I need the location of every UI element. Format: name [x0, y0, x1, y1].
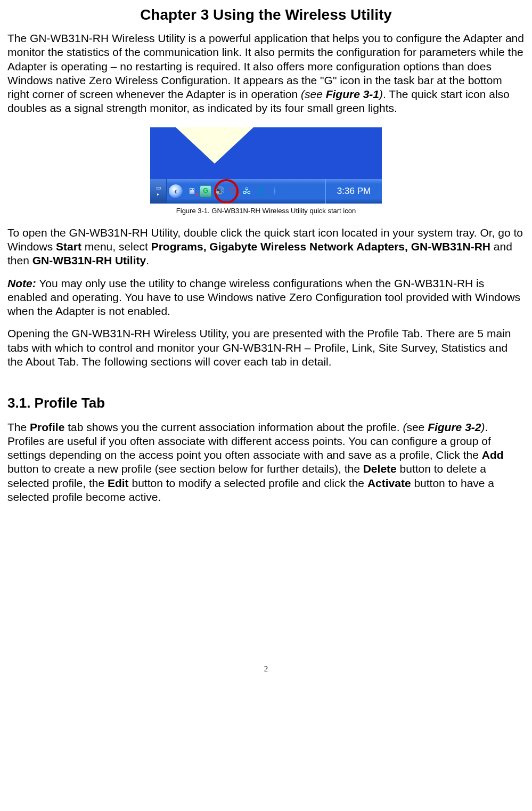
text: The — [7, 421, 30, 433]
open-utility-paragraph: To open the GN-WB31N-RH Utility, double … — [7, 226, 525, 268]
highlight-circle — [214, 179, 239, 204]
text: (see — [301, 88, 326, 100]
text: Start — [56, 240, 81, 253]
section-title: 3.1. Profile Tab — [7, 394, 525, 412]
text: button to modify a selected profile and … — [129, 477, 367, 489]
figure-3-1: ▭ ▸ ‹ 🖥× G 🔊 🛡× 🖧 👤 ᚼ 3:36 PM — [7, 127, 525, 204]
text: Edit — [108, 477, 129, 489]
text: menu, select — [81, 240, 151, 253]
text: Profile — [30, 421, 64, 433]
taskbar-screenshot: ▭ ▸ ‹ 🖥× G 🔊 🛡× 🖧 👤 ᚼ 3:36 PM — [150, 127, 382, 204]
error-badge-icon: × — [195, 191, 199, 199]
taskbar-divider: ▭ ▸ — [150, 179, 167, 204]
intro-paragraph: The GN-WB31N-RH Wireless Utility is a po… — [7, 31, 525, 116]
profile-tab-paragraph: The Profile tab shows you the current as… — [7, 420, 525, 505]
text: You may only use the utility to change w… — [7, 277, 520, 318]
figure-ref: Figure 3-1 — [326, 88, 379, 100]
note-label: Note: — [7, 277, 36, 289]
figure-ref: Figure 3-2 — [428, 421, 481, 433]
wireless-utility-g-icon[interactable]: G — [200, 185, 211, 197]
text: ) — [379, 88, 383, 100]
note-paragraph: Note: You may only use the utility to ch… — [7, 277, 525, 319]
taskbar-clock[interactable]: 3:36 PM — [325, 179, 382, 204]
network-icon[interactable]: 🖧 — [241, 185, 253, 197]
display-icon[interactable]: 🖥× — [186, 185, 198, 197]
text: Delete — [363, 463, 397, 475]
tabs-overview-paragraph: Opening the GN-WB31N-RH Wireless Utility… — [7, 327, 525, 369]
text: . — [146, 254, 149, 266]
bluetooth-icon[interactable]: ᚼ — [269, 185, 281, 197]
text: button to create a new profile (see sect… — [7, 463, 363, 475]
text: Add — [482, 449, 504, 461]
tray-expand-button[interactable]: ‹ — [169, 184, 183, 198]
tooltip-pointer — [175, 127, 255, 164]
text: Programs, Gigabyte Wireless Network Adap… — [151, 240, 490, 253]
figure-caption: Figure 3-1. GN-WB31N-RH Wireless Utility… — [7, 207, 525, 215]
text: see — [406, 421, 428, 433]
taskbar: ▭ ▸ ‹ 🖥× G 🔊 🛡× 🖧 👤 ᚼ 3:36 PM — [150, 179, 382, 204]
user-icon[interactable]: 👤 — [255, 185, 267, 197]
chapter-title: Chapter 3 Using the Wireless Utility — [7, 5, 525, 24]
page-number: 2 — [7, 664, 525, 674]
text: Activate — [367, 477, 411, 489]
text: tab shows you the current association in… — [64, 421, 403, 433]
text: GN-WB31N-RH Utility — [32, 254, 146, 266]
